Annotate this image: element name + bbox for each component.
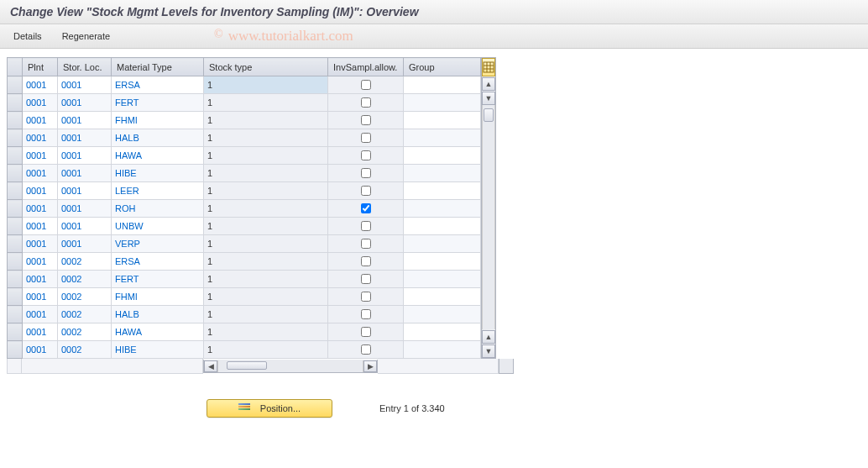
scroll-down-button-bottom[interactable]: ▼ bbox=[482, 344, 495, 358]
cell-plnt[interactable]: 0001 bbox=[23, 182, 58, 200]
row-selector[interactable] bbox=[8, 235, 23, 253]
invsampl-checkbox[interactable] bbox=[361, 309, 371, 319]
scroll-right-button[interactable]: ▶ bbox=[363, 360, 377, 372]
cell-group[interactable] bbox=[404, 323, 481, 341]
cell-group[interactable] bbox=[404, 218, 481, 235]
scroll-track-vertical[interactable] bbox=[482, 105, 495, 329]
row-selector[interactable] bbox=[8, 218, 23, 235]
column-header-invsampl[interactable]: InvSampl.allow. bbox=[328, 58, 404, 76]
cell-stor-loc[interactable]: 0001 bbox=[58, 129, 112, 147]
cell-stock-type[interactable]: 1 bbox=[204, 94, 328, 112]
cell-stock-type[interactable]: 1 bbox=[204, 271, 328, 288]
row-selector[interactable] bbox=[8, 306, 23, 323]
row-selector[interactable] bbox=[8, 76, 23, 94]
table-row[interactable]: 00010002HALB1 bbox=[8, 306, 481, 323]
cell-plnt[interactable]: 0001 bbox=[23, 147, 58, 165]
cell-material-type[interactable]: VERP bbox=[112, 235, 204, 253]
cell-stock-type[interactable]: 1 bbox=[204, 253, 328, 271]
invsampl-checkbox[interactable] bbox=[361, 221, 371, 231]
cell-stor-loc[interactable]: 0001 bbox=[58, 218, 112, 235]
cell-stor-loc[interactable]: 0002 bbox=[58, 341, 112, 359]
cell-group[interactable] bbox=[404, 306, 481, 323]
cell-material-type[interactable]: UNBW bbox=[112, 218, 204, 235]
cell-material-type[interactable]: HALB bbox=[112, 129, 204, 147]
cell-stock-type[interactable]: 1 bbox=[204, 165, 328, 182]
cell-plnt[interactable]: 0001 bbox=[23, 288, 58, 306]
cell-group[interactable] bbox=[404, 112, 481, 129]
cell-stock-type[interactable]: 1 bbox=[204, 200, 328, 218]
cell-plnt[interactable]: 0001 bbox=[23, 218, 58, 235]
cell-stock-type[interactable]: 1 bbox=[204, 147, 328, 165]
column-header-group[interactable]: Group bbox=[404, 58, 481, 76]
row-selector[interactable] bbox=[8, 165, 23, 182]
row-selector[interactable] bbox=[8, 147, 23, 165]
cell-stock-type[interactable]: 1 bbox=[204, 218, 328, 235]
cell-plnt[interactable]: 0001 bbox=[23, 165, 58, 182]
cell-stock-type[interactable]: 1 bbox=[204, 112, 328, 129]
cell-stor-loc[interactable]: 0001 bbox=[58, 182, 112, 200]
invsampl-checkbox[interactable] bbox=[361, 292, 371, 302]
scroll-track-horizontal[interactable] bbox=[217, 360, 363, 372]
table-row[interactable]: 00010002FHMI1 bbox=[8, 288, 481, 306]
cell-plnt[interactable]: 0001 bbox=[23, 94, 58, 112]
cell-material-type[interactable]: FHMI bbox=[112, 288, 204, 306]
cell-stor-loc[interactable]: 0002 bbox=[58, 288, 112, 306]
invsampl-checkbox[interactable] bbox=[361, 344, 371, 355]
cell-material-type[interactable]: FERT bbox=[112, 271, 204, 288]
row-selector[interactable] bbox=[8, 323, 23, 341]
cell-material-type[interactable]: HAWA bbox=[112, 323, 204, 341]
cell-group[interactable] bbox=[404, 165, 481, 182]
cell-stock-type[interactable]: 1 bbox=[204, 235, 328, 253]
scroll-up-button-bottom[interactable]: ▲ bbox=[482, 330, 495, 344]
cell-plnt[interactable]: 0001 bbox=[23, 306, 58, 323]
table-row[interactable]: 00010001HAWA1 bbox=[8, 147, 481, 165]
cell-material-type[interactable]: ERSA bbox=[112, 253, 204, 271]
table-row[interactable]: 00010001FERT1 bbox=[8, 94, 481, 112]
scroll-down-button[interactable]: ▼ bbox=[482, 92, 495, 105]
cell-plnt[interactable]: 0001 bbox=[23, 76, 58, 94]
row-selector[interactable] bbox=[8, 129, 23, 147]
table-row[interactable]: 00010001HALB1 bbox=[8, 129, 481, 147]
cell-plnt[interactable]: 0001 bbox=[23, 129, 58, 147]
table-row[interactable]: 00010001ROH1 bbox=[8, 200, 481, 218]
horizontal-scrollbar[interactable]: ◀ ▶ bbox=[203, 360, 378, 373]
cell-group[interactable] bbox=[404, 288, 481, 306]
details-button[interactable]: Details bbox=[10, 29, 45, 43]
cell-stock-type[interactable]: 1 bbox=[204, 306, 328, 323]
table-settings-button[interactable] bbox=[482, 58, 495, 76]
cell-material-type[interactable]: HIBE bbox=[112, 165, 204, 182]
table-row[interactable]: 00010001UNBW1 bbox=[8, 218, 481, 235]
cell-plnt[interactable]: 0001 bbox=[23, 200, 58, 218]
cell-plnt[interactable]: 0001 bbox=[23, 112, 58, 129]
invsampl-checkbox[interactable] bbox=[361, 150, 371, 160]
table-row[interactable]: 00010001FHMI1 bbox=[8, 112, 481, 129]
cell-group[interactable] bbox=[404, 235, 481, 253]
cell-material-type[interactable]: FHMI bbox=[112, 112, 204, 129]
cell-plnt[interactable]: 0001 bbox=[23, 253, 58, 271]
table-row[interactable]: 00010002HAWA1 bbox=[8, 323, 481, 341]
invsampl-checkbox[interactable] bbox=[361, 203, 371, 213]
cell-stock-type[interactable]: 1 bbox=[204, 323, 328, 341]
table-row[interactable]: 00010002HIBE1 bbox=[8, 341, 481, 359]
table-row[interactable]: 00010001ERSA1 bbox=[8, 76, 481, 94]
row-selector[interactable] bbox=[8, 112, 23, 129]
invsampl-checkbox[interactable] bbox=[361, 186, 371, 196]
cell-group[interactable] bbox=[404, 341, 481, 359]
scroll-thumb-horizontal[interactable] bbox=[227, 361, 267, 370]
cell-material-type[interactable]: ERSA bbox=[112, 76, 204, 94]
column-header-stor[interactable]: Stor. Loc. bbox=[58, 58, 112, 76]
row-selector[interactable] bbox=[8, 253, 23, 271]
cell-stock-type[interactable]: 1 bbox=[204, 129, 328, 147]
cell-stor-loc[interactable]: 0001 bbox=[58, 235, 112, 253]
cell-material-type[interactable]: LEER bbox=[112, 182, 204, 200]
table-row[interactable]: 00010001LEER1 bbox=[8, 182, 481, 200]
invsampl-checkbox[interactable] bbox=[361, 115, 371, 125]
row-selector[interactable] bbox=[8, 288, 23, 306]
invsampl-checkbox[interactable] bbox=[361, 80, 371, 90]
cell-stor-loc[interactable]: 0001 bbox=[58, 165, 112, 182]
cell-material-type[interactable]: HIBE bbox=[112, 341, 204, 359]
position-button[interactable]: Position... bbox=[207, 399, 332, 418]
scroll-up-button[interactable]: ▲ bbox=[482, 77, 495, 91]
invsampl-checkbox[interactable] bbox=[361, 256, 371, 266]
invsampl-checkbox[interactable] bbox=[361, 274, 371, 284]
